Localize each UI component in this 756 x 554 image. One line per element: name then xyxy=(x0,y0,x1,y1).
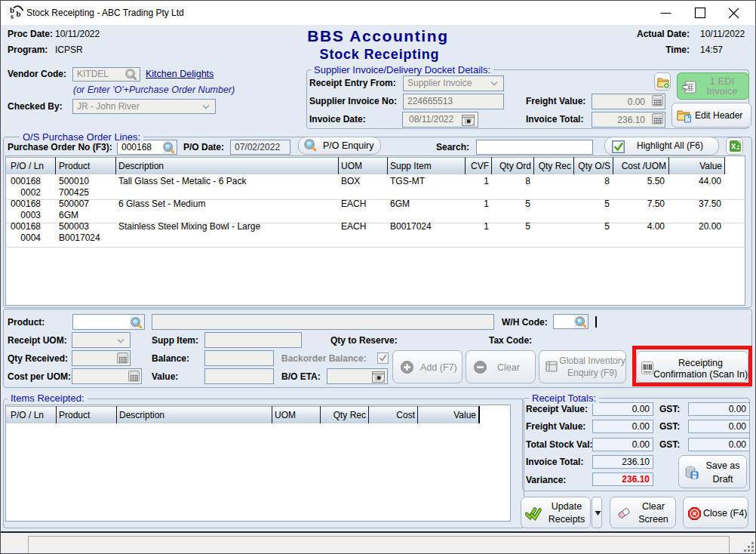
svg-text:s: s xyxy=(11,12,14,20)
svg-text:b: b xyxy=(17,9,21,18)
